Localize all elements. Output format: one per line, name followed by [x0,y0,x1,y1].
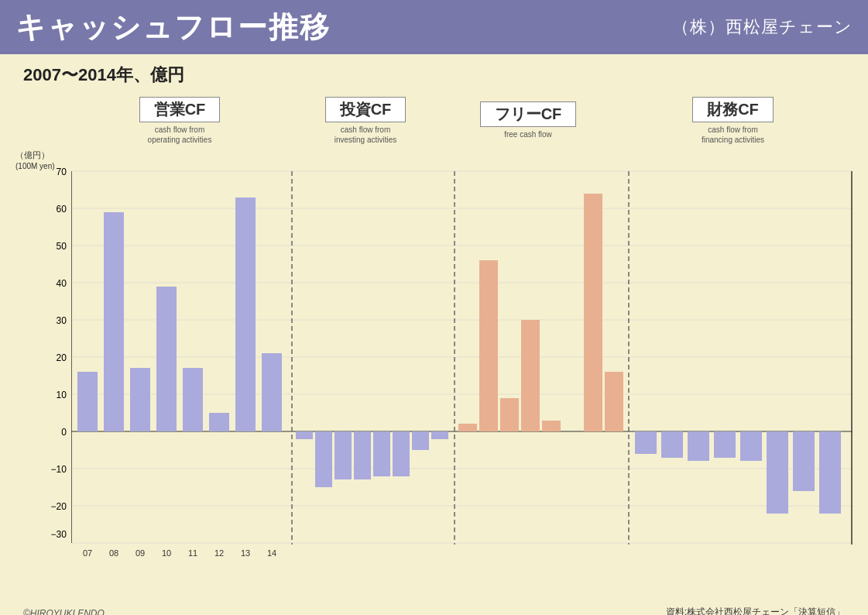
y-label-neg10: −10 [51,464,67,475]
bar-inv-13 [412,431,429,450]
legend-free-sub: free cash flow [504,129,552,139]
bar-op-09 [130,368,150,431]
bar-fin-12 [767,431,788,514]
bar-fin-13 [793,431,815,491]
bar-fin-14 [819,431,841,514]
main-chart-svg: 07 08 09 10 11 12 13 14 [71,149,853,572]
xlabel-op-10: 10 [162,548,171,558]
bar-fin-09 [688,431,709,461]
bar-fin-08 [661,431,683,458]
header: キャッシュフロー推移 （株）西松屋チェーン [0,0,868,54]
y-label-0: 0 [61,427,67,438]
y-label-neg20: −20 [51,501,67,512]
legend-free: フリーCF free cash flow [443,91,613,149]
footer-copyright: ©HIROYUKI ENDO [23,608,105,615]
bar-free-08 [479,260,498,431]
y-label-neg30: −30 [51,529,67,540]
legend-row: 営業CF cash flow fromoperating activities … [71,91,853,149]
bar-op-11 [183,368,203,431]
bar-inv-10 [354,431,371,479]
legend-operating: 営業CF cash flow fromoperating activities [71,91,288,149]
bar-op-07 [77,372,98,431]
bar-inv-12 [393,431,410,476]
bar-op-12 [209,413,229,431]
bar-free-07 [458,424,477,431]
bar-free-11 [542,421,561,431]
bar-op-10 [156,287,177,431]
legend-operating-title: 営業CF [154,101,206,118]
bar-free-09 [500,398,519,431]
legend-financing-title: 財務CF [707,101,759,118]
y-axis-unit: （億円） (100M yen) [15,149,55,172]
footer-source: 資料:株式会社西松屋チェーン「決算短信」 [666,606,845,615]
legend-investing-title: 投資CF [340,101,392,118]
legend-investing-sub: cash flow frominvesting activities [335,125,397,145]
bar-inv-11 [373,431,390,476]
xlabel-op-08: 08 [109,548,118,558]
xlabel-op-11: 11 [188,548,197,558]
y-axis: （億円） (100M yen) 70 60 50 40 30 20 10 0 −… [15,149,71,545]
legend-operating-sub: cash flow fromoperating activities [148,125,212,145]
xlabel-op-12: 12 [214,548,224,558]
bar-op-14 [262,353,282,431]
y-label-50: 50 [57,241,67,252]
bar-free-13 [584,194,602,431]
bar-inv-14 [431,431,448,439]
bar-free-10 [521,320,540,431]
bar-free-14 [605,372,623,431]
bar-op-13 [235,198,256,431]
legend-financing-sub: cash flow fromfinancing activities [702,125,764,145]
bar-inv-07 [296,431,313,439]
subtitle: 2007〜2014年、億円 [0,54,868,91]
bar-fin-07 [635,431,657,454]
xlabel-op-13: 13 [241,548,250,558]
bar-fin-10 [714,431,736,458]
header-company: （株）西松屋チェーン [672,15,853,39]
bar-fin-11 [740,431,762,461]
y-label-10: 10 [57,390,67,400]
legend-financing: 財務CF cash flow fromfinancing activities [613,91,853,149]
y-label-60: 60 [57,204,67,215]
footer: ©HIROYUKI ENDO 資料:株式会社西松屋チェーン「決算短信」 [0,603,868,615]
bar-op-08 [104,212,124,431]
bar-inv-09 [335,431,352,479]
y-label-20: 20 [57,352,67,363]
y-label-70: 70 [57,167,67,177]
legend-free-title: フリーCF [495,105,562,122]
legend-investing: 投資CF cash flow frominvesting activities [288,91,443,149]
y-label-40: 40 [57,278,67,289]
page: キャッシュフロー推移 （株）西松屋チェーン 2007〜2014年、億円 営業CF… [0,0,868,615]
xlabel-op-07: 07 [83,548,92,558]
xlabel-op-14: 14 [267,548,276,558]
xlabel-op-09: 09 [136,548,145,558]
y-label-30: 30 [57,315,67,326]
bar-inv-08 [315,431,332,487]
header-title: キャッシュフロー推移 [15,8,331,47]
